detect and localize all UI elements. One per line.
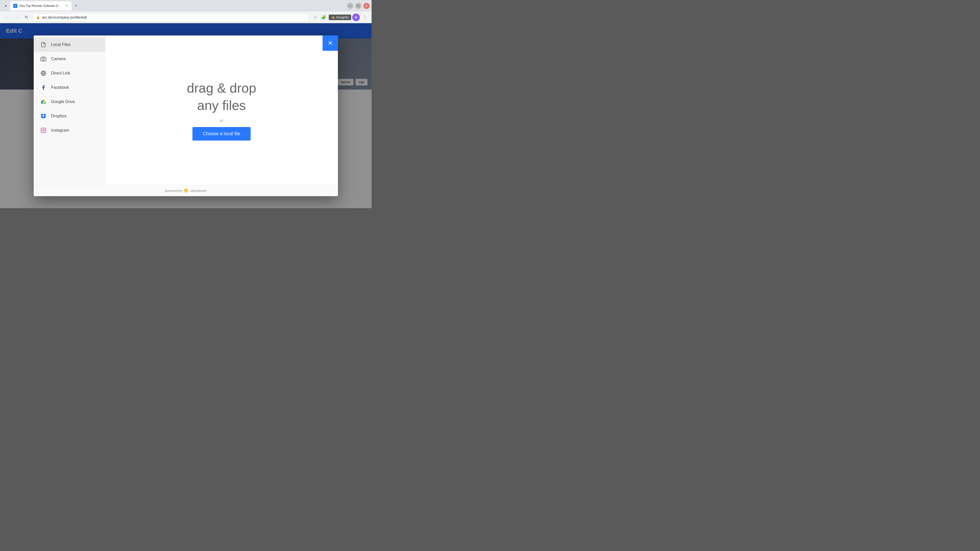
powered-by-text: powered by	[165, 189, 182, 192]
sidebar-item-camera[interactable]: Camera	[34, 52, 105, 66]
drag-drop-line1: drag & drop	[187, 79, 256, 97]
sidebar-item-direct-link[interactable]: Direct Link	[34, 66, 105, 80]
svg-point-0	[42, 58, 44, 60]
modal-close-button[interactable]: ✕	[323, 35, 338, 51]
window-controls: — ⊡ ✕	[347, 3, 369, 9]
address-bar: ← → ↻ 🔒 arc.dev/company-profile/edit ☆ 🧩…	[0, 11, 372, 23]
choose-local-file-button[interactable]: Choose a local file	[192, 127, 250, 141]
local-files-icon	[40, 41, 47, 48]
tab-title: Hire Top Remote Software Dev…	[19, 4, 62, 8]
dropbox-icon	[40, 113, 47, 120]
modal-footer: powered by uploadcare	[34, 185, 338, 196]
close-icon: ✕	[328, 40, 333, 47]
instagram-icon	[40, 127, 47, 134]
google-drive-label: Google Drive	[51, 100, 75, 104]
incognito-icon: 🕵️	[331, 16, 335, 19]
page-content: Edit C banner logo ✕	[0, 23, 372, 208]
new-tab-button[interactable]: +	[73, 2, 80, 10]
facebook-icon	[40, 84, 47, 91]
drag-drop-text: drag & drop any files	[187, 79, 256, 114]
reload-button[interactable]: ↻	[22, 14, 30, 21]
maximize-button[interactable]: ⊡	[355, 3, 361, 9]
lock-icon: 🔒	[36, 15, 40, 19]
dropbox-label: Dropbox	[51, 114, 66, 118]
modal-body: Local Files Camera	[34, 35, 338, 185]
sidebar-item-facebook[interactable]: Facebook	[34, 80, 105, 95]
browser-chrome: ▾ ● Hire Top Remote Software Dev… ✕ + — …	[0, 0, 372, 11]
menu-button[interactable]: ⋮	[361, 14, 369, 21]
tab-favicon: ●	[13, 4, 18, 8]
svg-rect-3	[41, 128, 46, 132]
facebook-label: Facebook	[51, 85, 69, 90]
forward-button[interactable]: →	[13, 14, 21, 21]
camera-icon	[40, 56, 47, 62]
minimize-button[interactable]: —	[347, 3, 353, 9]
drag-drop-line2: any files	[187, 97, 256, 114]
active-tab[interactable]: ● Hire Top Remote Software Dev… ✕	[10, 1, 72, 11]
uploadcare-brand: uploadcare	[190, 189, 207, 192]
bookmark-button[interactable]: ☆	[311, 14, 319, 21]
sidebar-item-instagram[interactable]: Instagram	[34, 123, 105, 138]
direct-link-label: Direct Link	[51, 71, 70, 76]
sidebar-item-local-files[interactable]: Local Files	[34, 38, 105, 52]
modal-overlay: ✕ Local Files	[0, 23, 372, 208]
google-drive-icon	[40, 98, 47, 105]
local-files-label: Local Files	[51, 42, 70, 47]
modal-main-content: drag & drop any files or Choose a local …	[105, 35, 338, 185]
url-bar[interactable]: 🔒 arc.dev/company-profile/edit	[32, 13, 309, 21]
tab-list-button[interactable]: ▾	[2, 2, 9, 10]
or-divider: or	[220, 118, 223, 123]
instagram-label: Instagram	[51, 128, 69, 133]
close-window-button[interactable]: ✕	[363, 3, 369, 9]
incognito-badge: 🕵️ Incognito	[329, 14, 351, 20]
svg-point-5	[45, 129, 45, 129]
address-actions: ☆ 🧩 🕵️ Incognito A ⋮	[311, 14, 369, 21]
incognito-label: Incognito	[336, 16, 348, 19]
upload-modal: ✕ Local Files	[34, 35, 338, 196]
extensions-button[interactable]: 🧩	[320, 14, 328, 21]
url-text: arc.dev/company-profile/edit	[42, 15, 87, 19]
direct-link-icon	[40, 70, 47, 77]
back-button[interactable]: ←	[3, 14, 11, 21]
camera-label: Camera	[51, 57, 65, 61]
tab-close-button[interactable]: ✕	[64, 4, 68, 8]
sidebar-item-google-drive[interactable]: Google Drive	[34, 95, 105, 109]
uploadcare-dot-icon	[184, 189, 188, 192]
svg-point-4	[42, 129, 44, 131]
modal-sidebar: Local Files Camera	[34, 35, 105, 185]
tab-bar: ▾ ● Hire Top Remote Software Dev… ✕ +	[2, 0, 80, 11]
profile-avatar[interactable]: A	[352, 14, 360, 21]
sidebar-item-dropbox[interactable]: Dropbox	[34, 109, 105, 123]
